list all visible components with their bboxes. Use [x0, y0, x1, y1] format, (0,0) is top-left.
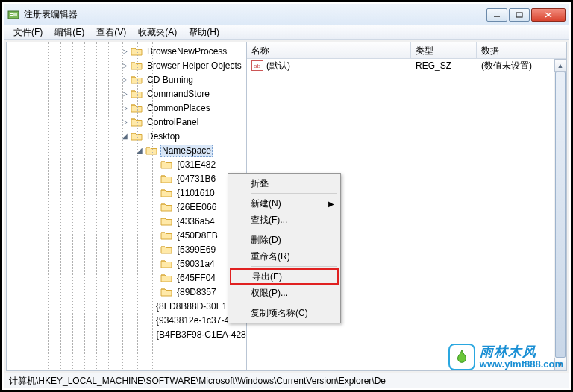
column-header[interactable]: 名称 [247, 42, 411, 58]
watermark: 雨林木风 www.ylmf888.com [448, 344, 563, 370]
tree-node[interactable]: {89D8357 [8, 285, 246, 299]
tree-node[interactable]: ◢Desktop [8, 129, 246, 143]
context-menu-item[interactable]: 查找(F)... [230, 212, 339, 228]
value-data: (数值未设置) [477, 60, 566, 72]
close-button[interactable] [531, 8, 566, 22]
menubar: 文件(F)编辑(E)查看(V)收藏夹(A)帮助(H) [4, 25, 569, 40]
svg-rect-1 [10, 13, 13, 14]
menu-separator [251, 266, 337, 267]
titlebar[interactable]: 注册表编辑器 [4, 4, 569, 25]
tree-node[interactable]: ▷ControlPanel [8, 115, 246, 129]
context-menu-item[interactable]: 权限(P)... [230, 285, 339, 301]
tree-node[interactable]: {04731B6 [8, 171, 246, 186]
collapse-icon[interactable]: ◢ [120, 132, 129, 141]
svg-rect-3 [13, 13, 17, 16]
scroll-thumb[interactable] [555, 72, 566, 358]
tree-label[interactable]: NameSpace [160, 145, 213, 157]
list-row[interactable]: ab(默认)REG_SZ(数值未设置) [247, 59, 566, 72]
svg-text:ab: ab [254, 63, 260, 69]
context-menu-item[interactable]: 新建(N)▶ [230, 195, 339, 212]
tree-label[interactable]: BrowseNewProcess [145, 46, 228, 57]
tree-label[interactable]: {5399E69 [175, 244, 217, 255]
tree-node[interactable]: {4336a54 [8, 214, 246, 228]
tree-label[interactable]: {031E482 [175, 159, 217, 170]
tree-label[interactable]: {B4FB3F98-C1EA-428d-A [154, 329, 247, 340]
tree-label[interactable]: {1101610 [175, 188, 216, 198]
expand-icon[interactable]: ▷ [120, 104, 129, 113]
tree-label[interactable]: CD Burning [145, 75, 195, 85]
tree-label[interactable]: {645FF04 [175, 273, 217, 283]
context-menu-item[interactable]: 重命名(R) [230, 248, 339, 265]
svg-rect-5 [516, 13, 522, 17]
tree-label[interactable]: {26EE066 [175, 202, 218, 212]
tree-label[interactable]: Browser Helper Objects [145, 60, 243, 71]
context-menu: 折叠新建(N)▶查找(F)...删除(D)重命名(R)导出(E)权限(P)...… [228, 173, 341, 323]
context-menu-label: 导出(E) [252, 271, 282, 283]
context-menu-label: 新建(N) [251, 197, 281, 210]
statusbar: 计算机\HKEY_LOCAL_MACHINE\SOFTWARE\Microsof… [4, 373, 569, 388]
tree-node[interactable]: {8FD8B88D-30E1-4F25-A [8, 299, 246, 313]
app-icon [7, 9, 19, 21]
expand-icon[interactable]: ▷ [120, 118, 129, 127]
context-menu-label: 删除(D) [251, 234, 281, 247]
tree-node[interactable]: ▷CD Burning [8, 72, 246, 86]
tree-node[interactable]: {031E482 [8, 157, 246, 171]
context-menu-item[interactable]: 导出(E) [230, 268, 339, 285]
tree-node[interactable]: ▷Browser Helper Objects [8, 58, 246, 72]
svg-rect-2 [10, 15, 13, 16]
watermark-text-cn: 雨林木风 [480, 345, 563, 359]
tree-node[interactable]: ▷BrowseNewProcess [8, 44, 246, 58]
menu-item-1[interactable]: 编辑(E) [48, 25, 90, 40]
tree-node[interactable]: ▷CommonPlaces [8, 101, 246, 115]
context-menu-item[interactable]: 复制项名称(C) [230, 305, 339, 321]
tree-node[interactable]: ▷CommandStore [8, 86, 246, 101]
expand-icon[interactable]: ▷ [120, 47, 129, 56]
tree-label[interactable]: {4336a54 [175, 216, 216, 227]
column-header[interactable]: 数据 [477, 42, 566, 58]
tree-node[interactable]: {645FF04 [8, 271, 246, 285]
tree-node[interactable]: {B4FB3F98-C1EA-428d-A [8, 327, 246, 341]
list-header: 名称类型数据 [247, 42, 566, 59]
minimize-button[interactable] [486, 8, 507, 22]
context-menu-item[interactable]: 删除(D) [230, 232, 339, 248]
tree-label[interactable]: Desktop [145, 131, 181, 142]
tree-node[interactable]: {1101610 [8, 186, 246, 200]
tree-label[interactable]: ControlPanel [145, 117, 200, 127]
expand-icon[interactable]: ▷ [120, 75, 129, 84]
menu-item-3[interactable]: 收藏夹(A) [132, 25, 183, 40]
tree-pane[interactable]: ▷BrowseNewProcess▷Browser Helper Objects… [7, 42, 247, 370]
tree-node[interactable]: ◢NameSpace [8, 143, 246, 157]
value-name: (默认) [266, 60, 290, 72]
tree-node[interactable]: {26EE066 [8, 200, 246, 214]
tree-node[interactable]: {9343812e-1c37-4a49-a [8, 313, 246, 327]
context-menu-label: 查找(F)... [251, 214, 287, 227]
expand-icon[interactable]: ▷ [120, 61, 129, 70]
expand-icon[interactable]: ▷ [120, 89, 129, 98]
scroll-up-button[interactable]: ▲ [554, 59, 566, 72]
context-menu-label: 权限(P)... [251, 287, 288, 300]
submenu-arrow-icon: ▶ [328, 200, 334, 208]
tree-label[interactable]: {04731B6 [175, 174, 217, 184]
menu-separator [251, 230, 337, 230]
context-menu-item[interactable]: 折叠 [230, 175, 339, 192]
menu-item-4[interactable]: 帮助(H) [183, 25, 225, 40]
tree-label[interactable]: {89D8357 [175, 287, 218, 297]
tree-node[interactable]: {5399E69 [8, 242, 246, 256]
tree-node[interactable]: {59031a4 [8, 256, 246, 271]
watermark-logo-icon [448, 344, 475, 370]
menu-item-2[interactable]: 查看(V) [90, 25, 132, 40]
maximize-button[interactable] [509, 8, 530, 22]
menu-item-0[interactable]: 文件(F) [7, 25, 48, 40]
tree-node[interactable]: {450D8FB [8, 228, 246, 242]
tree-label[interactable]: {59031a4 [175, 259, 216, 269]
column-header[interactable]: 类型 [411, 42, 477, 58]
tree-label[interactable]: {450D8FB [175, 230, 219, 241]
window-title: 注册表编辑器 [24, 8, 486, 21]
list-scrollbar[interactable]: ▲ ▼ [554, 59, 566, 370]
context-menu-label: 重命名(R) [251, 250, 290, 263]
tree-label[interactable]: CommandStore [145, 89, 211, 99]
context-menu-label: 复制项名称(C) [251, 307, 308, 320]
collapse-icon[interactable]: ◢ [135, 146, 144, 155]
menu-separator [251, 193, 337, 194]
tree-label[interactable]: CommonPlaces [145, 103, 212, 113]
